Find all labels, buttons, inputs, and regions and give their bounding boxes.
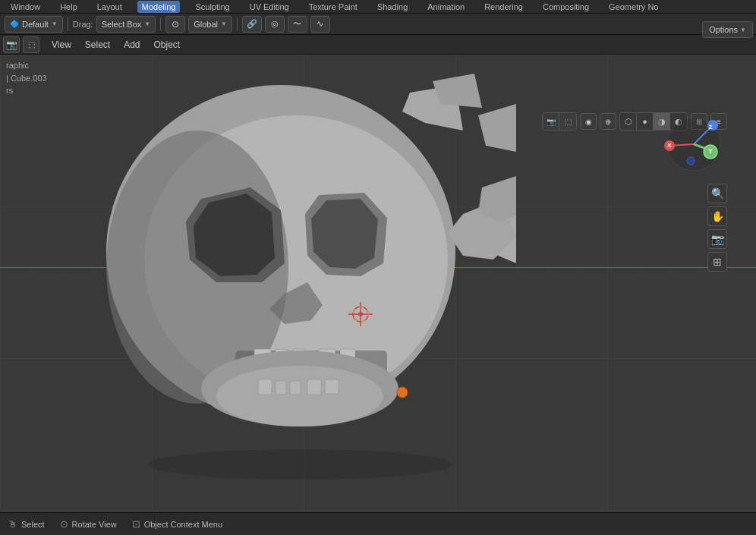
status-context-label: Object Context Menu <box>144 520 222 529</box>
extra-btn2[interactable]: ∿ <box>310 16 330 33</box>
svg-point-22 <box>216 366 383 426</box>
toggle-view-mode[interactable]: ⬚ <box>559 113 576 130</box>
wireframe-shade[interactable]: ⬡ <box>620 113 637 130</box>
header-nav: 📷 ⬚ View Select Add Object <box>0 35 756 55</box>
rotate-icon: ⊙ <box>60 518 68 530</box>
skull-object <box>61 70 516 510</box>
mouse-icon: 🖱 <box>8 518 17 530</box>
pan-tool[interactable]: ✋ <box>707 206 727 226</box>
top-menu-bar: Window Help Layout Modeling Sculpting UV… <box>0 0 756 14</box>
menu-help[interactable]: Help <box>55 1 82 13</box>
menu-modeling[interactable]: Modeling <box>137 1 181 13</box>
extra-btn1[interactable]: 〜 <box>288 16 307 33</box>
menu-window[interactable]: Window <box>6 1 45 13</box>
svg-rect-26 <box>307 379 321 395</box>
svg-rect-23 <box>258 379 272 395</box>
transform-dropdown[interactable]: Global ▼ <box>188 16 232 33</box>
view-perspective-btn[interactable]: ⬚ <box>23 36 39 53</box>
view-toggle-group: 📷 ⬚ <box>542 112 577 131</box>
svg-marker-7 <box>433 74 482 108</box>
context-icon: ⊡ <box>132 518 140 530</box>
gizmo-btn[interactable]: ⊕ <box>600 113 616 130</box>
sep3 <box>237 17 238 31</box>
nav-select[interactable]: Select <box>79 37 116 52</box>
camera-tool[interactable]: 📷 <box>707 229 727 249</box>
nav-object[interactable]: Object <box>148 37 187 52</box>
svg-rect-27 <box>325 379 339 394</box>
svg-marker-8 <box>478 104 516 153</box>
svg-marker-13 <box>311 199 378 269</box>
options-label: Options <box>709 25 738 34</box>
sep1 <box>68 17 68 31</box>
status-rotate-label: Rotate View <box>72 520 117 529</box>
mode-label: Default <box>22 20 49 29</box>
view-camera-btn[interactable]: 📷 <box>3 36 20 53</box>
menu-texture-paint[interactable]: Texture Paint <box>304 1 362 13</box>
menu-shading[interactable]: Shading <box>373 1 412 13</box>
options-button[interactable]: Options ▼ <box>702 21 753 38</box>
nav-add[interactable]: Add <box>118 37 146 52</box>
snap-btn[interactable]: 🔗 <box>242 16 262 33</box>
toolbar-row: 🔷 Default ▼ Drag: Select Box ▼ ⊙ Global … <box>0 14 756 35</box>
svg-text:X: X <box>667 142 672 149</box>
menu-layout[interactable]: Layout <box>93 1 127 13</box>
svg-marker-30 <box>478 176 516 222</box>
svg-rect-24 <box>276 381 286 395</box>
right-tool-icons: 🔍 ✋ 📷 ⊞ <box>707 184 727 272</box>
menu-animation[interactable]: Animation <box>423 1 469 13</box>
toggle-camera-view[interactable]: 📷 <box>543 113 559 130</box>
nav-view[interactable]: View <box>46 37 77 52</box>
status-rotate: ⊙ Rotate View <box>60 518 117 530</box>
svg-text:Y: Y <box>708 147 713 155</box>
grid-tool[interactable]: ⊞ <box>707 252 727 272</box>
select-box-label: Select Box <box>102 20 142 29</box>
gizmo-axes[interactable]: Z X Y <box>663 114 724 175</box>
mode-selector[interactable]: 🔷 Default ▼ <box>5 16 63 33</box>
svg-point-28 <box>397 387 408 398</box>
menu-geometry-nodes[interactable]: Geometry No <box>604 1 663 13</box>
svg-point-47 <box>687 157 695 165</box>
menu-uv-editing[interactable]: UV Editing <box>245 1 294 13</box>
solid-shade[interactable]: ● <box>637 113 654 130</box>
drag-label: Drag: <box>73 20 93 29</box>
select-box-dropdown[interactable]: Select Box ▼ <box>96 16 156 33</box>
svg-point-36 <box>148 449 452 480</box>
zoom-tool[interactable]: 🔍 <box>707 184 727 203</box>
overlay-btn[interactable]: ◉ <box>580 113 597 130</box>
status-select-label: Select <box>21 520 45 529</box>
status-context-menu: ⊡ Object Context Menu <box>132 518 222 530</box>
viewport[interactable]: raphic | Cube.003 rs <box>0 55 756 512</box>
status-bar: 🖱 Select ⊙ Rotate View ⊡ Object Context … <box>0 512 756 535</box>
status-select: 🖱 Select <box>8 518 45 530</box>
menu-sculpting[interactable]: Sculpting <box>191 1 234 13</box>
svg-rect-25 <box>290 381 301 395</box>
svg-text:Z: Z <box>709 124 713 131</box>
menu-compositing[interactable]: Compositing <box>538 1 594 13</box>
menu-rendering[interactable]: Rendering <box>480 1 528 13</box>
proportional-btn[interactable]: ◎ <box>265 16 285 33</box>
pivot-btn[interactable]: ⊙ <box>165 16 185 33</box>
sep2 <box>160 17 161 31</box>
transform-label: Global <box>194 20 218 29</box>
